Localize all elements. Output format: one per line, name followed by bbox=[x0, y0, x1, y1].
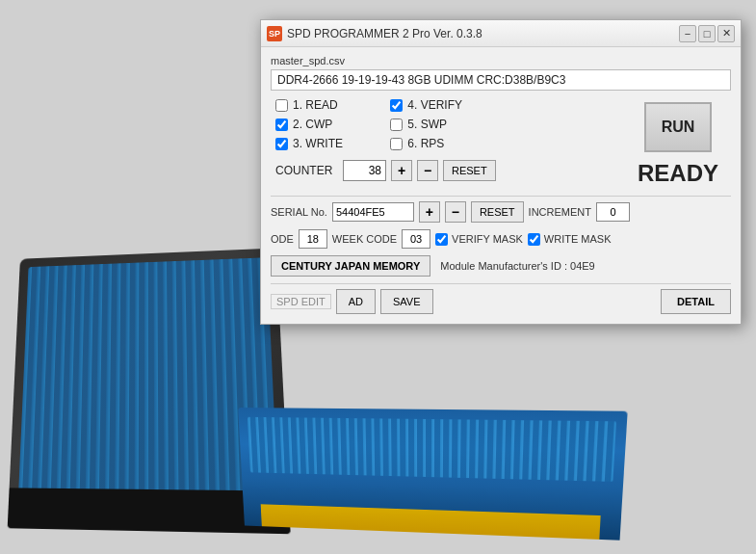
label-read: 1. READ bbox=[293, 98, 338, 112]
option-1: 1. READ bbox=[275, 98, 371, 112]
year-code-input[interactable] bbox=[299, 229, 327, 249]
manufacturer-button[interactable]: CENTURY JAPAN MEMORY bbox=[271, 255, 430, 277]
bottom-row: SPD EDIT AD SAVE DETAIL bbox=[271, 289, 731, 314]
serial-label: SERIAL No. bbox=[271, 206, 327, 218]
option-4: 4. VERIFY bbox=[390, 98, 485, 112]
left-section: 1. READ 4. VERIFY 2. CWP bbox=[271, 98, 606, 191]
main-section: 1. READ 4. VERIFY 2. CWP bbox=[271, 98, 731, 191]
counter-minus-button[interactable]: − bbox=[417, 160, 438, 181]
run-button[interactable]: RUN bbox=[644, 102, 712, 152]
divider-2 bbox=[271, 283, 731, 284]
checkbox-write[interactable] bbox=[275, 138, 288, 150]
status-text: READY bbox=[638, 160, 718, 187]
verify-mask-group: VERIFY MASK bbox=[435, 233, 523, 246]
counter-label: COUNTER bbox=[275, 164, 338, 177]
save-button[interactable]: SAVE bbox=[380, 289, 433, 314]
week-code-label: WEEK CODE bbox=[332, 233, 397, 245]
week-code-input[interactable] bbox=[402, 229, 430, 249]
ram-stick-image bbox=[238, 408, 628, 541]
write-mask-checkbox[interactable] bbox=[528, 233, 540, 246]
serial-reset-button[interactable]: RESET bbox=[471, 201, 524, 223]
detail-button[interactable]: DETAIL bbox=[661, 289, 731, 314]
spd-edit-group: SPD EDIT AD SAVE bbox=[271, 289, 656, 314]
window-body: master_spd.csv DDR4-2666 19-19-19-43 8GB… bbox=[261, 47, 741, 324]
counter-input[interactable] bbox=[343, 160, 386, 181]
option-2: 2. CWP bbox=[275, 118, 371, 131]
manufacturer-row: CENTURY JAPAN MEMORY Module Manufacturer… bbox=[271, 255, 731, 277]
serial-row: SERIAL No. + − RESET INCREMENT bbox=[271, 201, 731, 223]
maximize-button[interactable]: □ bbox=[698, 25, 716, 42]
counter-row: COUNTER + − RESET bbox=[271, 160, 606, 181]
read-ad-button[interactable]: AD bbox=[336, 289, 376, 314]
title-bar: SP SPD PROGRAMMER 2 Pro Ver. 0.3.8 − □ ✕ bbox=[261, 20, 741, 47]
label-swp: 5. SWP bbox=[407, 118, 447, 131]
serial-minus-button[interactable]: − bbox=[445, 201, 466, 223]
week-row: ODE WEEK CODE VERIFY MASK WRITE MASK bbox=[271, 229, 731, 249]
serial-input[interactable] bbox=[332, 202, 414, 222]
increment-label: INCREMENT bbox=[529, 206, 591, 218]
right-section: RUN READY bbox=[606, 102, 731, 187]
minimize-button[interactable]: − bbox=[679, 25, 696, 42]
checkbox-cwp[interactable] bbox=[275, 119, 288, 131]
options-grid: 1. READ 4. VERIFY 2. CWP bbox=[271, 98, 606, 150]
checkbox-verify[interactable] bbox=[390, 99, 403, 112]
divider-1 bbox=[271, 196, 731, 197]
main-window: SP SPD PROGRAMMER 2 Pro Ver. 0.3.8 − □ ✕… bbox=[260, 19, 742, 325]
label-verify: 4. VERIFY bbox=[407, 98, 462, 112]
write-mask-label: WRITE MASK bbox=[544, 233, 612, 245]
file-name: master_spd.csv bbox=[271, 55, 731, 66]
close-button[interactable]: ✕ bbox=[717, 25, 735, 42]
info-bar: DDR4-2666 19-19-19-43 8GB UDIMM CRC:D38B… bbox=[271, 69, 731, 91]
spd-edit-label: SPD EDIT bbox=[271, 294, 331, 309]
window-title: SPD PROGRAMMER 2 Pro Ver. 0.3.8 bbox=[287, 27, 679, 40]
label-cwp: 2. CWP bbox=[293, 118, 332, 131]
counter-reset-button[interactable]: RESET bbox=[443, 160, 496, 181]
increment-input[interactable] bbox=[596, 202, 630, 222]
checkbox-read[interactable] bbox=[275, 99, 288, 112]
counter-plus-button[interactable]: + bbox=[391, 160, 412, 181]
option-5: 5. SWP bbox=[390, 118, 485, 131]
checkbox-swp[interactable] bbox=[390, 119, 403, 131]
label-write: 3. WRITE bbox=[293, 137, 343, 150]
checkbox-rps[interactable] bbox=[390, 138, 403, 150]
serial-plus-button[interactable]: + bbox=[419, 201, 440, 223]
write-mask-group: WRITE MASK bbox=[528, 233, 612, 246]
app-icon: SP bbox=[267, 26, 282, 41]
option-3: 3. WRITE bbox=[275, 137, 371, 150]
window-controls: − □ ✕ bbox=[679, 25, 735, 42]
year-code-label: ODE bbox=[271, 233, 294, 245]
manufacturer-id: Module Manufacturer's ID : 04E9 bbox=[440, 260, 594, 272]
label-rps: 6. RPS bbox=[407, 137, 444, 150]
verify-mask-checkbox[interactable] bbox=[435, 233, 448, 246]
verify-mask-label: VERIFY MASK bbox=[452, 233, 523, 245]
option-6: 6. RPS bbox=[390, 137, 485, 150]
